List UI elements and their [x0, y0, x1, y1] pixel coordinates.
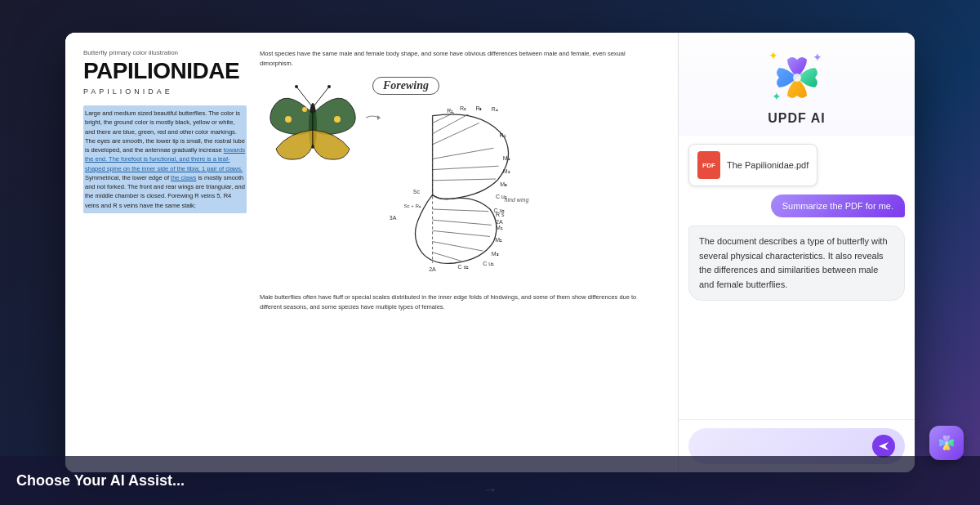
svg-line-19: [433, 242, 483, 251]
svg-line-13: [433, 123, 479, 144]
pdf-highlighted-body: Large and medium sized beautiful butterf…: [83, 105, 247, 213]
2a-label: 2A: [496, 219, 503, 225]
ai-response-text: The document describes a type of butterf…: [699, 236, 888, 289]
cu2h-label: C u₂: [457, 264, 469, 270]
overlay-text: Choose Your AI Assist...: [16, 472, 185, 489]
svg-line-17: [433, 220, 492, 225]
floating-action-icon[interactable]: [929, 426, 964, 460]
sc-label: Sc: [413, 189, 421, 194]
pdf-subtitle2: PAPILIONIDAE: [83, 87, 247, 96]
pdf-viewer: Butterfly primary color illustration PAP…: [65, 33, 678, 472]
forewing-label-container: Forewing: [372, 77, 660, 98]
ai-text-input[interactable]: [698, 440, 866, 452]
floating-updf-icon: [938, 434, 956, 452]
updf-logo-icon: [773, 53, 822, 102]
pdf-right-column: Most species have the same male and fema…: [260, 49, 660, 456]
ai-chat-area: PDF The Papilionidae.pdf Summarize the P…: [679, 136, 915, 419]
ai-header: ✦ ✦ ✦: [679, 33, 915, 136]
leaf-shaped-text: there is a leaf-shaped spine on the inne…: [85, 155, 229, 172]
svg-point-1: [285, 116, 292, 123]
butterfly-svg: [260, 77, 366, 175]
svg-point-2: [302, 107, 307, 112]
butterfly-section: Forewing: [260, 77, 660, 284]
pdf-left-column: Butterfly primary color illustration PAP…: [83, 49, 247, 456]
ai-send-button[interactable]: [872, 435, 895, 458]
wing-diagram-area: Forewing: [372, 77, 660, 284]
app-window: Butterfly primary color illustration PAP…: [65, 33, 915, 472]
svg-point-5: [295, 85, 298, 88]
pdf-filename: The Papilionidae.pdf: [727, 160, 808, 170]
send-icon: [878, 440, 889, 452]
svg-line-12: [433, 179, 496, 181]
svg-point-7: [327, 85, 331, 88]
m3h-label: M₃: [492, 251, 499, 257]
overlay-banner: Choose Your AI Assist...: [0, 456, 980, 505]
m3-label: M₃: [500, 181, 507, 187]
svg-point-3: [334, 116, 341, 123]
forewing-label: Forewing: [372, 77, 439, 95]
pdf-page: Butterfly primary color illustration PAP…: [65, 33, 678, 472]
svg-point-23: [945, 441, 948, 445]
2ah-label: 2A: [429, 266, 436, 272]
ai-response-bubble: The document describes a type of butterf…: [688, 226, 905, 301]
r3-label: R₃: [475, 105, 482, 111]
ai-panel: ✦ ✦ ✦: [678, 33, 915, 472]
svg-line-18: [433, 230, 490, 236]
ai-logo-container: ✦ ✦ ✦: [768, 49, 826, 106]
underline-text-2: the claws: [171, 174, 196, 181]
r2-label: R₂: [460, 105, 466, 111]
r4-label: R₄: [492, 106, 498, 112]
m2h-label: M₂: [495, 237, 502, 243]
3a-label: 3A: [390, 215, 397, 221]
pdf-subtitle: Butterfly primary color illustration: [83, 49, 247, 56]
svg-text:hind wing: hind wing: [505, 197, 529, 203]
m2-label: M₂: [503, 168, 510, 174]
wing-anatomy-svg: R₁ R₂ R₃ R₄ R₅ M₁ M₂ M₃ C u₁ C u₂ 2A: [372, 101, 536, 281]
svg-line-11: [433, 166, 499, 169]
svg-line-14: [433, 114, 469, 134]
pdf-title: PAPILIONIDAE: [83, 60, 247, 83]
svg-line-16: [433, 209, 489, 212]
svg-line-20: [433, 252, 461, 261]
r1-label: R₁: [447, 108, 453, 114]
pdf-intro-text: Most species have the same male and fema…: [260, 49, 660, 69]
butterfly-image-area: [260, 77, 366, 175]
sc-r1-label: Sc + R₁: [403, 203, 421, 208]
ai-title: UPDF AI: [768, 111, 825, 126]
pdf-attachment-bubble[interactable]: PDF The Papilionidae.pdf: [688, 144, 817, 186]
user-message-bubble: Summarize the PDF for me.: [771, 194, 905, 217]
rs-label: R s: [496, 212, 505, 217]
m1-label: M₁: [503, 155, 510, 161]
cu1h-label: C u₁: [483, 261, 494, 266]
underline-text: towards the end. The forefoot is functio…: [85, 146, 245, 172]
r5-label: R₅: [499, 132, 506, 138]
svg-line-10: [433, 148, 494, 159]
pdf-file-icon: PDF: [697, 151, 720, 179]
user-message-text: Summarize the PDF for me.: [782, 201, 893, 211]
svg-point-22: [793, 74, 801, 82]
m1h-label: M₁: [496, 225, 503, 230]
pdf-bottom-text: Male butterflies often have fluff or spe…: [260, 293, 660, 312]
